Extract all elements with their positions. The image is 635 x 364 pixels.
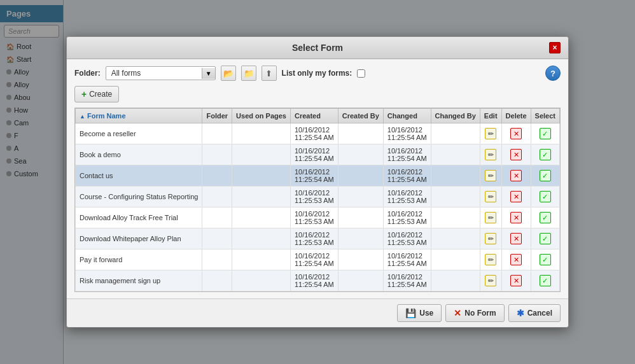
folder-new-icon: 📁 — [244, 69, 254, 78]
select-button[interactable]: ✓ — [540, 275, 551, 286]
select-button[interactable]: ✓ — [540, 254, 551, 265]
cell-changed: 10/16/201211:25:54 AM — [383, 144, 431, 165]
cell-form-name: Become a reseller — [76, 123, 202, 144]
delete-button[interactable]: ✕ — [510, 275, 522, 286]
folder-select-arrow-icon[interactable]: ▼ — [202, 68, 215, 79]
new-folder-button[interactable]: 📁 — [241, 66, 256, 81]
cell-created: 10/16/201211:25:54 AM — [290, 165, 338, 186]
select-button[interactable]: ✓ — [540, 191, 551, 202]
select-button[interactable]: ✓ — [540, 212, 551, 223]
edit-button[interactable]: ✏ — [485, 128, 496, 139]
help-icon: ? — [550, 69, 555, 78]
cell-folder — [202, 144, 232, 165]
table-row[interactable]: Course - Configuring Status Reporting 10… — [76, 186, 560, 207]
cell-select: ✓ — [531, 186, 559, 207]
cell-used-on-pages — [232, 249, 291, 270]
cell-changed-by — [431, 186, 480, 207]
dialog-footer: 💾 Use ✕ No Form ✱ Cancel — [67, 298, 568, 327]
cell-delete: ✕ — [501, 123, 531, 144]
cell-edit: ✏ — [480, 165, 501, 186]
list-only-label: List only my forms: — [282, 69, 352, 78]
cell-used-on-pages — [232, 207, 291, 228]
col-folder[interactable]: Folder — [202, 109, 232, 123]
select-button[interactable]: ✓ — [540, 170, 551, 181]
cell-created: 10/16/201211:25:53 AM — [290, 207, 338, 228]
cancel-button[interactable]: ✱ Cancel — [508, 304, 561, 322]
cell-created: 10/16/201211:25:54 AM — [290, 249, 338, 270]
dialog-title: Select Form — [86, 43, 549, 53]
col-form-name[interactable]: ▲ Form Name — [76, 109, 202, 123]
col-used-on-pages[interactable]: Used on Pages — [232, 109, 291, 123]
col-edit: Edit — [480, 109, 501, 123]
cell-created-by — [338, 228, 383, 249]
cell-folder — [202, 123, 232, 144]
table-row[interactable]: Book a demo 10/16/201211:25:54 AM 10/16/… — [76, 144, 560, 165]
col-changed[interactable]: Changed — [383, 109, 431, 123]
folder-select[interactable]: All forms ▼ — [106, 66, 216, 80]
folder-label: Folder: — [74, 69, 101, 78]
cell-folder — [202, 249, 232, 270]
cancel-icon: ✱ — [517, 308, 524, 318]
edit-button[interactable]: ✏ — [485, 233, 496, 244]
cell-changed-by — [431, 270, 480, 291]
help-button[interactable]: ? — [545, 66, 561, 81]
delete-button[interactable]: ✕ — [510, 128, 522, 139]
col-created-by[interactable]: Created By — [338, 109, 383, 123]
cell-used-on-pages — [232, 186, 291, 207]
edit-button[interactable]: ✏ — [485, 212, 496, 223]
col-changed-by[interactable]: Changed By — [431, 109, 480, 123]
edit-button[interactable]: ✏ — [485, 275, 496, 286]
cell-changed-by — [431, 228, 480, 249]
edit-button[interactable]: ✏ — [485, 254, 496, 265]
save-icon: 💾 — [405, 308, 416, 318]
dialog-body: Folder: All forms ▼ 📂 📁 ⬆ List only my f… — [67, 59, 568, 298]
table-row[interactable]: Contact us 10/16/201211:25:54 AM 10/16/2… — [76, 165, 560, 186]
cell-form-name: Contact us — [76, 165, 202, 186]
col-created[interactable]: Created — [290, 109, 338, 123]
select-button[interactable]: ✓ — [540, 128, 551, 139]
cell-created-by — [338, 270, 383, 291]
plus-icon: + — [81, 89, 87, 99]
delete-button[interactable]: ✕ — [510, 191, 522, 202]
cell-form-name: Download Alloy Track Free Trial — [76, 207, 202, 228]
delete-button[interactable]: ✕ — [510, 170, 522, 181]
select-button[interactable]: ✓ — [540, 233, 551, 244]
close-button[interactable]: × — [549, 42, 561, 53]
up-folder-button[interactable]: ⬆ — [262, 66, 277, 81]
cell-folder — [202, 228, 232, 249]
delete-button[interactable]: ✕ — [510, 212, 522, 223]
table-row[interactable]: Risk management sign up 10/16/201211:25:… — [76, 270, 560, 291]
folder-select-value: All forms — [106, 67, 202, 80]
create-button-label: Create — [89, 90, 112, 99]
list-only-checkbox[interactable] — [357, 69, 365, 78]
cell-edit: ✏ — [480, 249, 501, 270]
cell-edit: ✏ — [480, 207, 501, 228]
cell-changed: 10/16/201211:25:54 AM — [383, 123, 431, 144]
delete-button[interactable]: ✕ — [510, 149, 522, 160]
cell-created-by — [338, 144, 383, 165]
col-delete: Delete — [501, 109, 531, 123]
cell-select: ✓ — [531, 123, 559, 144]
delete-button[interactable]: ✕ — [510, 233, 522, 244]
cell-delete: ✕ — [501, 207, 531, 228]
delete-button[interactable]: ✕ — [510, 254, 522, 265]
table-row[interactable]: Download Alloy Track Free Trial 10/16/20… — [76, 207, 560, 228]
table-body: Become a reseller 10/16/201211:25:54 AM … — [76, 123, 560, 291]
table-row[interactable]: Pay it forward 10/16/201211:25:54 AM 10/… — [76, 249, 560, 270]
edit-button[interactable]: ✏ — [485, 191, 496, 202]
no-form-button[interactable]: ✕ No Form — [445, 304, 504, 322]
table-row[interactable]: Download Whitepaper Alloy Plan 10/16/201… — [76, 228, 560, 249]
cancel-button-label: Cancel — [527, 309, 552, 318]
cell-created: 10/16/201211:25:54 AM — [290, 123, 338, 144]
edit-button[interactable]: ✏ — [485, 149, 496, 160]
table-row[interactable]: Become a reseller 10/16/201211:25:54 AM … — [76, 123, 560, 144]
edit-button[interactable]: ✏ — [485, 170, 496, 181]
open-folder-button[interactable]: 📂 — [221, 66, 236, 81]
select-button[interactable]: ✓ — [540, 149, 551, 160]
cell-changed: 10/16/201211:25:54 AM — [383, 249, 431, 270]
cell-changed-by — [431, 249, 480, 270]
create-button[interactable]: + Create — [74, 86, 119, 102]
use-button[interactable]: 💾 Use — [397, 304, 442, 322]
select-form-dialog: Select Form × Folder: All forms ▼ 📂 📁 ⬆ — [66, 36, 569, 328]
cell-changed: 10/16/201211:25:53 AM — [383, 207, 431, 228]
